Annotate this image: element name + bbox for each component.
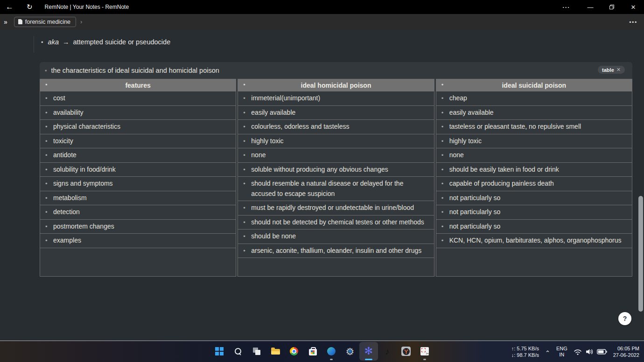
close-button[interactable]: ✕: [623, 0, 644, 14]
table-cell-text: none: [251, 151, 266, 159]
table-cell-text: availability: [53, 109, 84, 116]
sidebar-expand-icon[interactable]: »: [4, 18, 7, 26]
more-options-icon[interactable]: •••: [629, 19, 637, 25]
table-row[interactable]: soluble without producing any obvious ch…: [238, 163, 434, 177]
table-cell-text: detection: [53, 208, 80, 216]
task-view-icon: [253, 348, 260, 355]
table-row[interactable]: antidote: [40, 148, 236, 163]
tray-expand-icon[interactable]: ⌃: [545, 348, 550, 356]
table-row[interactable]: detection: [40, 205, 236, 220]
table-badge-close-icon[interactable]: ✕: [616, 67, 621, 73]
table-row[interactable]: signs and symptoms: [40, 177, 236, 191]
table-row[interactable]: examples: [40, 234, 236, 248]
table-column-header[interactable]: features: [40, 79, 236, 91]
table-row[interactable]: KCN, HCN, opium, barbiturates, alphos, o…: [436, 234, 632, 248]
remnote-button[interactable]: ✻: [359, 342, 378, 361]
maximize-button[interactable]: [601, 0, 623, 14]
clock-widget[interactable]: 06:05 PM 27-06-2022: [613, 345, 639, 358]
table-row[interactable]: should not be detected by chemical teste…: [238, 216, 434, 230]
scrollbar-thumb[interactable]: [638, 196, 643, 312]
table-row[interactable]: should be easily taken in food or drink: [436, 163, 632, 177]
table-row[interactable]: not particularly so: [436, 220, 632, 234]
table-row[interactable]: capable of producing painless death: [436, 177, 632, 191]
table-cell-text: physical characteristics: [53, 123, 120, 130]
start-button[interactable]: [210, 342, 229, 361]
table-caption: the characteristics of ideal suicidal an…: [51, 67, 219, 74]
table-column-header[interactable]: ideal homicidal poison: [238, 79, 434, 91]
table-row[interactable]: cost: [40, 91, 236, 106]
gear-icon: ⚙: [346, 347, 355, 356]
table-row[interactable]: none: [238, 148, 434, 163]
edge-button[interactable]: [322, 342, 341, 361]
table-cell-text: easily available: [449, 109, 494, 116]
microsoft-store-button[interactable]: [303, 342, 322, 361]
table-row[interactable]: highly toxic: [436, 134, 632, 149]
music-app-button[interactable]: ♪: [378, 342, 397, 361]
table-cell-text: should not be detected by chemical teste…: [251, 218, 424, 226]
table-cell-text: colourless, odorless and tasteless: [251, 123, 349, 130]
minimize-button[interactable]: —: [580, 0, 601, 14]
table-row[interactable]: not particularly so: [436, 205, 632, 220]
table-row[interactable]: arsenic, aconite, thallium, oleander, in…: [238, 244, 434, 258]
table-row[interactable]: cheap: [436, 91, 632, 106]
search-button[interactable]: [229, 342, 247, 361]
table-row[interactable]: none: [436, 148, 632, 163]
help-button[interactable]: ?: [618, 312, 631, 325]
clock-app-button[interactable]: [397, 342, 415, 361]
breadcrumb-item[interactable]: forensic medicine: [14, 17, 76, 27]
taskbar-center: ⚙ ✻ ♪ ✂: [210, 342, 434, 361]
aka-definition: attempted suicide or pseudocide: [73, 38, 170, 46]
bullet-line-aka[interactable]: • aka → attempted suicide or pseudocide: [41, 38, 170, 46]
table-row[interactable]: immeterial(unimportant): [238, 91, 434, 106]
table-badge[interactable]: table ✕: [598, 66, 625, 74]
chrome-button[interactable]: [285, 342, 303, 361]
table-cell-text: tasteless or pleasant taste, no repulsiv…: [449, 123, 581, 130]
table-row[interactable]: must be rapidly destroyed or undetectabl…: [238, 201, 434, 216]
search-icon: [235, 348, 241, 355]
table-cell-text: immeterial(unimportant): [251, 94, 320, 102]
table-cell-text: not particularly so: [449, 208, 501, 216]
snipping-tool-button[interactable]: ✂: [415, 342, 434, 361]
refresh-icon[interactable]: ↻: [27, 3, 33, 11]
table-row[interactable]: physical characteristics: [40, 120, 236, 134]
task-view-button[interactable]: [247, 342, 266, 361]
table-row[interactable]: postmortem changes: [40, 220, 236, 234]
volume-icon: [585, 348, 594, 355]
table-column-header[interactable]: ideal suicidal poison: [436, 79, 632, 91]
battery-icon: [597, 349, 607, 355]
folder-icon: [271, 348, 280, 355]
table-row[interactable]: availability: [40, 106, 236, 120]
table-row[interactable]: solubility in food/drink: [40, 163, 236, 177]
table-row[interactable]: toxicity: [40, 134, 236, 149]
store-icon: [309, 349, 317, 355]
table-row[interactable]: not particularly so: [436, 191, 632, 206]
clock-icon: [401, 347, 411, 356]
table-cell-text: highly toxic: [449, 137, 482, 145]
table-caption-row[interactable]: • the characteristics of ideal suicidal …: [40, 62, 632, 79]
table-column: featurescostavailabilityphysical charact…: [40, 79, 236, 277]
screen: ← ↻ RemNote | Your Notes - RemNote ⋯ — ✕…: [0, 0, 644, 362]
table-column: ideal suicidal poisoncheapeasily availab…: [436, 79, 632, 277]
table-cell-text: not particularly so: [449, 223, 501, 230]
table-row[interactable]: should be none: [238, 230, 434, 244]
table-row[interactable]: easily available: [238, 106, 434, 120]
language-indicator[interactable]: ENG IN: [556, 346, 567, 358]
table-row[interactable]: tasteless or pleasant taste, no repulsiv…: [436, 120, 632, 134]
table-row[interactable]: should resemble a natural disease or del…: [238, 177, 434, 201]
indent-guide: [34, 36, 34, 53]
back-icon[interactable]: ←: [6, 2, 14, 12]
table-row[interactable]: metabolism: [40, 191, 236, 206]
file-explorer-button[interactable]: [266, 342, 285, 361]
table-cell-text: highly toxic: [251, 137, 283, 145]
table-row[interactable]: colourless, odorless and tasteless: [238, 120, 434, 134]
table-row[interactable]: easily available: [436, 106, 632, 120]
restore-icon: [609, 5, 614, 9]
remnote-logo-icon: ✻: [364, 346, 373, 356]
settings-button[interactable]: ⚙: [341, 342, 359, 361]
system-tray-icons[interactable]: [574, 348, 607, 355]
snipping-tool-icon: ✂: [420, 347, 429, 355]
table-row[interactable]: highly toxic: [238, 134, 434, 149]
window-title: RemNote | Your Notes - RemNote: [45, 4, 129, 10]
table-cell-text: easily available: [251, 109, 295, 116]
window-menu-icon[interactable]: ⋯: [555, 0, 577, 14]
